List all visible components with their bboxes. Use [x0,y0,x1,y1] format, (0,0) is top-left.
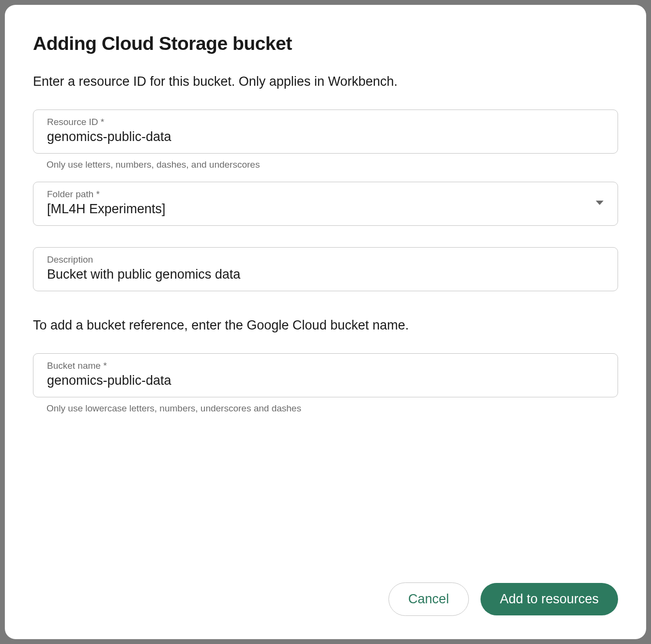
bucket-name-label: Bucket name * [47,361,604,371]
cancel-button[interactable]: Cancel [388,582,469,616]
bucket-instruction: To add a bucket reference, enter the Goo… [33,316,618,335]
add-to-resources-button[interactable]: Add to resources [480,583,618,615]
bucket-name-input[interactable] [47,373,604,388]
folder-path-select[interactable]: Folder path * [ML4H Experiments] [33,182,618,226]
dialog-subtitle: Enter a resource ID for this bucket. Onl… [33,73,618,91]
description-input[interactable] [47,267,604,282]
resource-id-field[interactable]: Resource ID * [33,110,618,154]
resource-id-input[interactable] [47,129,604,144]
resource-id-helper: Only use letters, numbers, dashes, and u… [46,159,618,170]
resource-id-label: Resource ID * [47,117,604,127]
dialog-button-row: Cancel Add to resources [388,582,618,616]
description-group: Description [33,247,618,291]
add-bucket-dialog: Adding Cloud Storage bucket Enter a reso… [5,5,646,639]
folder-path-value: [ML4H Experiments] [47,202,604,217]
folder-path-group: Folder path * [ML4H Experiments] [33,182,618,226]
bucket-name-helper: Only use lowercase letters, numbers, und… [46,403,618,414]
resource-id-group: Resource ID * Only use letters, numbers,… [33,110,618,170]
description-label: Description [47,254,604,265]
bucket-name-group: Bucket name * Only use lowercase letters… [33,353,618,414]
bucket-name-field[interactable]: Bucket name * [33,353,618,397]
dialog-title: Adding Cloud Storage bucket [33,33,618,54]
description-field[interactable]: Description [33,247,618,291]
folder-path-label: Folder path * [47,189,604,200]
chevron-down-icon [595,199,604,208]
